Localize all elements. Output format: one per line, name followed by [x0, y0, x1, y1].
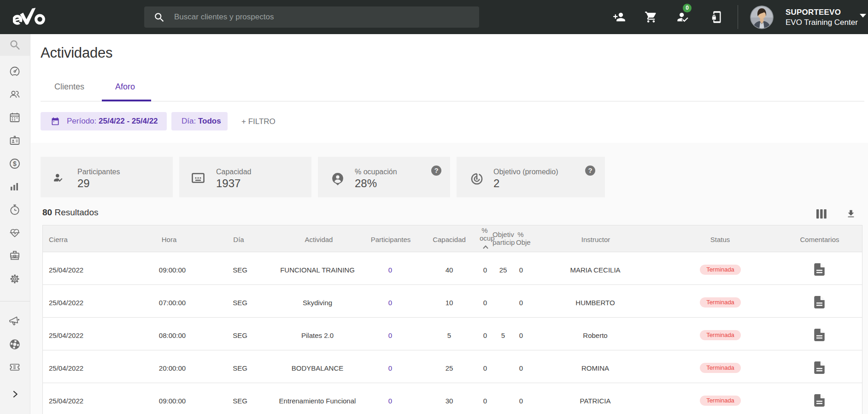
svg-text:$: $ — [13, 160, 17, 167]
